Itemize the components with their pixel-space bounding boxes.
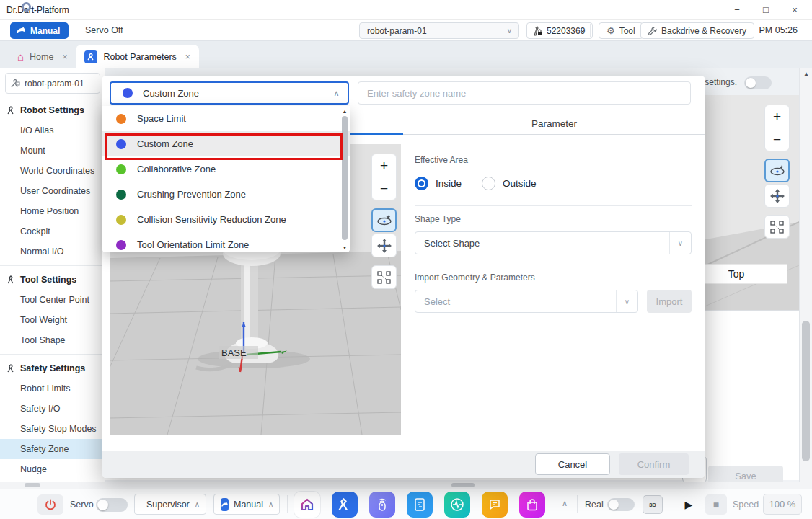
sidebar-item-tool-shape[interactable]: Tool Shape xyxy=(0,330,105,350)
store-app-icon[interactable] xyxy=(519,492,545,518)
effective-area-radios: Inside Outside xyxy=(415,177,537,190)
jog-app-icon[interactable] xyxy=(369,492,395,518)
servo-toggle[interactable] xyxy=(96,498,128,512)
mode-button[interactable]: Manual xyxy=(10,22,69,39)
shape-type-select[interactable]: Select Shape ∨ xyxy=(415,231,692,254)
param-select[interactable]: robot-param-01 ∨ xyxy=(359,22,519,39)
toolbar-divider xyxy=(590,24,591,37)
option-space-limit[interactable]: Space Limit xyxy=(102,106,350,131)
backdrive-recovery-button[interactable]: Backdrive & Recovery xyxy=(640,22,754,39)
sidebar-header-robot-settings: Robot Settings xyxy=(0,100,105,120)
horse-icon xyxy=(16,27,26,35)
settings-lock-toggle[interactable] xyxy=(744,76,772,89)
monitoring-app-icon[interactable] xyxy=(444,492,470,518)
effective-area-label: Effective Area xyxy=(415,155,468,165)
sidebar-item-user-coordinates[interactable]: User Coordinates xyxy=(0,181,105,201)
measure-button[interactable] xyxy=(764,215,790,239)
tab-parameter[interactable]: Parameter xyxy=(403,112,705,135)
viewport-toolbar: + − xyxy=(764,105,790,239)
option-custom-zone[interactable]: Custom Zone xyxy=(102,131,350,156)
manual-mode-select[interactable]: Manual ∧ xyxy=(213,494,280,515)
close-tab-icon[interactable]: × xyxy=(62,52,67,62)
sidebar-item-safety-io[interactable]: Safety I/O xyxy=(0,399,105,419)
scrollbar-thumb[interactable] xyxy=(802,321,810,461)
zone-color-dot xyxy=(116,139,126,149)
horizontal-scrollbar[interactable] xyxy=(0,482,812,489)
tab-bar: ⌂ Home × Robot Parameters × xyxy=(0,41,812,68)
robot-arm-icon xyxy=(7,364,16,373)
sidebar-item-safety-stop-modes[interactable]: Safety Stop Modes xyxy=(0,419,105,439)
3d-viewer-button[interactable]: 3D xyxy=(643,495,663,514)
option-tool-orientation-limit-zone[interactable]: Tool Orientation Limit Zone xyxy=(102,232,350,252)
pan-icon xyxy=(769,188,785,204)
zoom-in-button[interactable]: + xyxy=(764,105,790,128)
zone-type-select[interactable]: Custom Zone ∧ xyxy=(110,81,349,105)
option-collaborative-zone[interactable]: Collaborative Zone xyxy=(102,156,350,182)
scrollbar-thumb[interactable] xyxy=(25,483,40,487)
close-tab-icon[interactable]: × xyxy=(185,52,190,62)
radio-outside[interactable] xyxy=(482,177,495,190)
power-button[interactable] xyxy=(37,494,63,515)
stop-button[interactable]: ■ xyxy=(705,494,727,515)
robot-params-app-icon[interactable] xyxy=(332,492,358,518)
robot-arm-icon xyxy=(7,275,16,284)
zone-color-dot xyxy=(116,164,126,174)
confirm-button[interactable]: Confirm xyxy=(619,453,689,475)
zoom-out-button[interactable]: − xyxy=(764,128,790,151)
minimize-button[interactable]: − xyxy=(723,0,751,19)
tab-home[interactable]: ⌂ Home × xyxy=(9,45,76,68)
supervisor-select[interactable]: Supervisor ∧ xyxy=(134,494,206,515)
dialog-viewport-toolbar: + − xyxy=(371,154,397,289)
maximize-button[interactable]: □ xyxy=(751,0,780,19)
scrollbar-thumb[interactable] xyxy=(342,116,348,240)
title-bar: Dr.Dart-Platform − □ × xyxy=(0,0,812,20)
sidebar-item-mount[interactable]: Mount xyxy=(0,141,105,161)
pan-button[interactable] xyxy=(371,234,397,257)
speed-value[interactable]: 100 % xyxy=(763,494,802,515)
zoom-in-button[interactable]: + xyxy=(371,154,397,177)
sidebar-item-robot-limits[interactable]: Robot Limits xyxy=(0,378,105,399)
cancel-button[interactable]: Cancel xyxy=(535,453,610,475)
sidebar-item-tool-weight[interactable]: Tool Weight xyxy=(0,310,105,330)
option-crushing-prevention-zone[interactable]: Crushing Prevention Zone xyxy=(102,182,350,207)
chevron-down-icon: ∨ xyxy=(500,27,518,35)
radio-inside[interactable] xyxy=(415,177,428,190)
option-collision-sensitivity-reduction-zone[interactable]: Collision Sensitivity Reduction Zone xyxy=(102,207,350,232)
sidebar: robot-param-01 Robot Settings I/O Alias … xyxy=(0,68,105,489)
home-app-icon[interactable] xyxy=(294,492,320,518)
sidebar-item-safety-zone[interactable]: Safety Zone xyxy=(0,439,105,459)
tab-robot-parameters[interactable]: Robot Parameters × xyxy=(76,45,198,68)
sidebar-item-home-position[interactable]: Home Position xyxy=(0,201,105,221)
orbit-button[interactable] xyxy=(371,208,397,232)
real-mode-toggle[interactable] xyxy=(607,498,635,511)
sidebar-param-name[interactable]: robot-param-01 xyxy=(5,73,100,94)
dropdown-scrollbar[interactable]: ▲ ▼ xyxy=(340,107,349,251)
tool-button[interactable]: ⚙ Tool xyxy=(599,22,643,39)
scroll-up-icon[interactable]: ▲ xyxy=(340,107,349,115)
sidebar-item-io-alias[interactable]: I/O Alias xyxy=(0,120,105,141)
play-button[interactable]: ▶ xyxy=(678,494,700,515)
sidebar-item-tool-center-point[interactable]: Tool Center Point xyxy=(0,290,105,310)
measure-button[interactable] xyxy=(371,265,397,289)
scrollbar-thumb[interactable] xyxy=(451,483,475,487)
dock-expand-icon[interactable]: ∧ xyxy=(562,499,568,508)
sidebar-item-normal-io[interactable]: Normal I/O xyxy=(0,241,105,262)
import-button[interactable]: Import xyxy=(647,290,692,313)
import-select[interactable]: Select ∨ xyxy=(415,290,638,313)
import-geometry-label: Import Geometry & Parameters xyxy=(415,272,535,283)
vertical-scrollbar[interactable]: ▲ ▼ xyxy=(799,68,812,489)
divider xyxy=(415,205,692,206)
scroll-down-icon[interactable]: ▼ xyxy=(340,244,349,251)
sidebar-item-world-coordinates[interactable]: World Coordinates xyxy=(0,161,105,181)
orbit-button[interactable] xyxy=(764,159,790,182)
log-app-icon[interactable] xyxy=(482,492,508,518)
scroll-up-icon[interactable]: ▲ xyxy=(800,68,812,79)
close-button[interactable]: × xyxy=(780,0,809,19)
orbit-icon xyxy=(376,213,392,228)
sidebar-item-cockpit[interactable]: Cockpit xyxy=(0,221,105,241)
pan-button[interactable] xyxy=(764,184,790,208)
safety-zone-name-input[interactable] xyxy=(358,81,691,105)
task-writer-app-icon[interactable] xyxy=(407,492,433,518)
sidebar-item-nudge[interactable]: Nudge xyxy=(0,459,105,479)
zoom-out-button[interactable]: − xyxy=(371,177,397,200)
